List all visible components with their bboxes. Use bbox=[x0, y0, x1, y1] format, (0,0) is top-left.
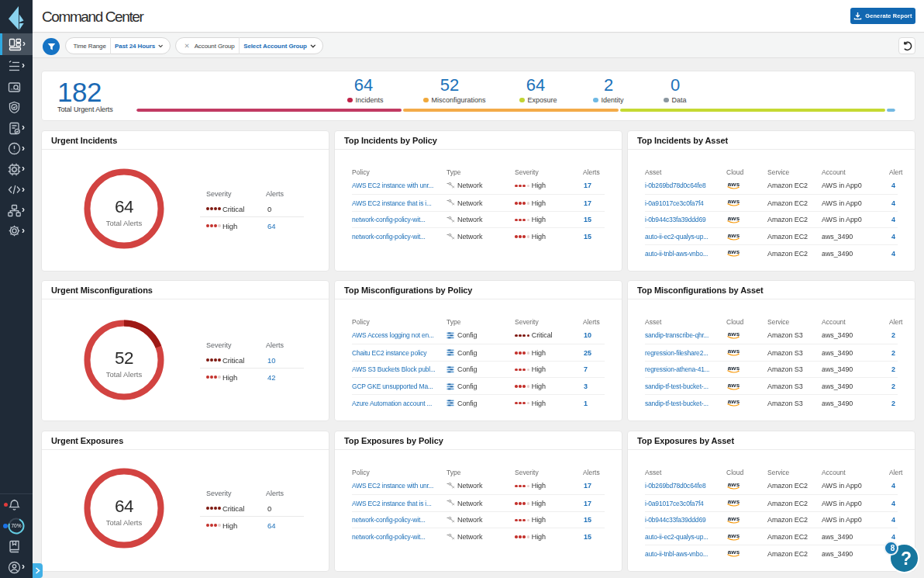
svg-text:70%: 70% bbox=[11, 523, 21, 528]
